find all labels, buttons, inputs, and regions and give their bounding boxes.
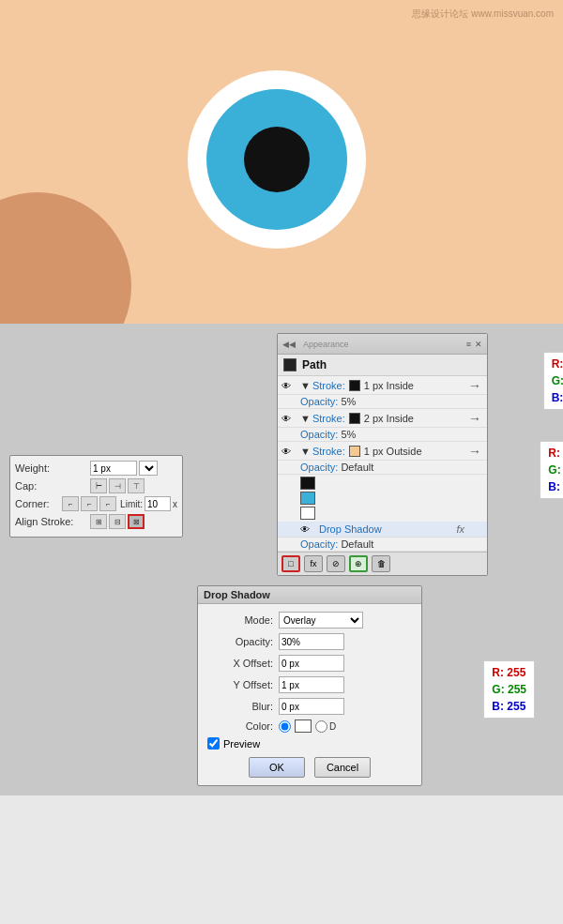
ds-opacity-row: Opacity: [207,633,412,650]
drop-shadow-panel: Drop Shadow Mode: Overlay Opacity: [169,585,422,786]
stroke-row-1: ▼ Stroke: 1 px Inside → [278,376,487,395]
ds-blur-input[interactable] [279,698,344,715]
eye-mid-circle [206,89,347,230]
rect-icon-btn[interactable]: □ [282,555,300,572]
ds-color-radio-1[interactable] [279,720,291,733]
opacity-row-2[interactable]: Opacity: 5% [278,428,487,442]
color-annotation-black: R: 0 G: 0 B: 0 [543,352,563,410]
canvas-area: 思缘设计论坛 www.missvuan.com [0,0,563,324]
stroke-info-1: 1 px Inside [364,380,414,391]
orange-g: G: 197 [548,462,563,478]
stroke-info-3: 1 px Outside [364,446,422,457]
eye-outer-circle [188,70,366,249]
cap-buttons: ⊢ ⊣ ⊤ [90,478,145,493]
stroke-link-2[interactable]: Stroke: [312,413,345,424]
weight-row: Weight: ▼ [15,461,177,476]
panel-controls: ≡ ✕ [466,340,482,349]
ds-blur-label: Blur: [207,701,273,712]
ds-preview-checkbox[interactable] [207,737,220,750]
limit-input[interactable] [145,496,171,511]
swatch-white[interactable] [300,507,315,520]
stroke-options-panel: Weight: ▼ Cap: ⊢ ⊣ ⊤ [9,455,183,538]
weight-select[interactable]: ▼ [139,461,158,476]
cap-btn-2[interactable]: ⊣ [109,478,126,493]
fx-icon: fx [456,523,464,535]
ds-blur-row: Blur: [207,698,412,715]
panel-close-icon[interactable]: ✕ [475,340,482,349]
align-btn-1[interactable]: ⊞ [90,514,107,529]
cap-btn-1[interactable]: ⊢ [90,478,107,493]
swatch-blue[interactable] [300,492,315,505]
visibility-icon-1[interactable] [282,380,297,391]
opacity-default-row[interactable]: Opacity: Default [278,461,487,475]
stroke-link-3[interactable]: Stroke: [312,446,345,457]
fx-icon-btn[interactable]: fx [304,555,323,572]
path-label: Path [302,358,327,371]
canvas-arc [0,192,131,324]
ds-ok-button[interactable]: OK [249,757,305,778]
trash-icon-btn[interactable]: 🗑 [372,555,390,572]
color-annotation-white: R: 255 G: 255 B: 255 [483,660,535,719]
black-r: R: 0 [552,356,563,372]
path-row: Path [278,355,487,376]
ds-panel-body: Mode: Overlay Opacity: X Offset: [198,604,421,785]
align-row: Align Stroke: ⊞ ⊟ ⊠ [15,514,177,529]
ds-xoffset-row: X Offset: [207,655,412,672]
opacity-default-label: Opacity: [300,462,341,473]
opacity-row-1[interactable]: Opacity: 5% [278,395,487,409]
collapse-icon[interactable]: ◀◀ [282,340,296,349]
white-g: G: 255 [492,681,526,698]
color-annotation-orange: R: 255 G: 197 B: 145 [540,441,563,499]
cap-label: Cap: [15,480,90,492]
weight-input[interactable] [90,461,137,476]
arrow-right-2: → [468,411,481,426]
swatch-black[interactable] [300,477,315,490]
visibility-icon-3[interactable] [282,446,297,457]
eye-inner-circle [244,127,310,192]
ds-color-radio-2[interactable] [315,720,327,733]
stroke-link-1[interactable]: Stroke: [312,380,345,391]
ds-panel-title: Drop Shadow [198,586,421,604]
opacity-ds-label: Opacity: [300,538,341,550]
ds-yoffset-row: Y Offset: [207,676,412,693]
cap-btn-3[interactable]: ⊤ [128,478,145,493]
corner-btn-2[interactable]: ⌐ [81,496,98,511]
ds-cancel-button[interactable]: Cancel [314,757,371,778]
align-btn-2[interactable]: ⊟ [109,514,126,529]
opacity-value-1: 5% [341,396,356,407]
align-label: Align Stroke: [15,516,90,527]
corner-label: Corner: [15,498,62,509]
new-layer-btn[interactable]: ⊕ [349,555,368,572]
ds-yoffset-input[interactable] [279,676,344,693]
stroke-row-3: ▼ Stroke: 1 px Outside → [278,442,487,461]
ds-button-group: OK Cancel [207,757,412,778]
opacity-value-2: 5% [341,429,356,440]
corner-btn-3[interactable]: ⌐ [99,496,116,511]
opacity-ds-value: Default [341,538,373,550]
visibility-icon-ds[interactable] [300,523,315,535]
opacity-ds-row[interactable]: Opacity: Default [278,538,487,552]
panel-title: Appearance [303,340,349,349]
cap-row: Cap: ⊢ ⊣ ⊤ [15,478,177,493]
stroke-swatch-1[interactable] [349,380,360,391]
ds-mode-select[interactable]: Overlay [279,612,363,629]
stroke-swatch-2[interactable] [349,413,360,424]
panel-menu-icon[interactable]: ≡ [466,340,471,349]
no-icon-btn[interactable]: ⊘ [327,555,345,572]
stroke-swatch-3[interactable] [349,446,360,457]
triangle-1: ▼ [300,380,311,391]
ds-xoffset-input[interactable] [279,655,344,672]
ds-xoffset-label: X Offset: [207,658,273,669]
ds-color-swatch[interactable] [295,720,312,733]
triangle-2: ▼ [300,413,311,424]
drop-shadow-label[interactable]: Drop Shadow [319,523,382,535]
stroke-info-2: 2 px Inside [364,413,414,424]
visibility-icon-2[interactable] [282,413,297,424]
align-btn-3[interactable]: ⊠ [128,514,145,529]
opacity-label-2: Opacity: [300,429,341,440]
ds-opacity-input[interactable] [279,633,344,650]
corner-btn-1[interactable]: ⌐ [62,496,79,511]
orange-b: B: 145 [548,478,563,495]
swatch-group [278,475,487,522]
ds-preview-label: Preview [223,738,260,750]
